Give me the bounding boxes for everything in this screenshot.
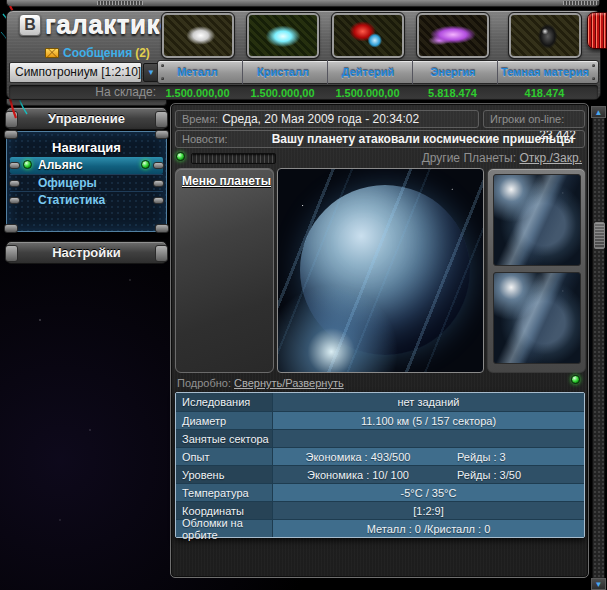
table-cell-value: Рейды : 3 — [443, 451, 584, 463]
scrollbar-down-arrow[interactable]: ▼ — [591, 578, 606, 590]
resource-name: Металл — [157, 60, 238, 84]
table-row-label: Обломки на орбите — [176, 520, 273, 537]
other-planets-open-close-link[interactable]: Откр./Закр. — [519, 151, 582, 165]
table-row: Обломки на орбитеМеталл : 0 /Кристалл : … — [176, 519, 584, 537]
header-panel: В галактике Сообщения(2) Симпотрониум [1… — [6, 10, 601, 100]
resource-value: 1.500.000,00 — [157, 86, 238, 100]
resource-value: 1.500.000,00 — [327, 86, 408, 100]
news-value: Вашу планету атаковали космические прише… — [272, 132, 574, 146]
deuterium-icon — [332, 13, 404, 58]
resource-column: Металл1.500.000,00 — [157, 13, 238, 99]
table-row-content: Экономика : 10/ 100Рейды : 3/50 — [273, 469, 584, 481]
energy-icon — [417, 13, 489, 58]
page-scrollbar: ▲ ▼ — [591, 106, 606, 590]
table-row-content: нет заданий — [273, 396, 584, 408]
sidebar-item-label: Офицеры — [38, 175, 97, 192]
resource-value: 5.818.474 — [412, 86, 493, 100]
table-cell-value: Металл : 0 /Кристалл : 0 — [273, 523, 584, 535]
resource-column: Кристалл1.500.000,00 — [242, 13, 323, 99]
table-row: Занятые сектора — [176, 429, 584, 447]
resource-name: Темная материя — [497, 60, 592, 84]
main-content-panel: Время:Среда, 20 Мая 2009 года - 20:34:02… — [170, 103, 589, 578]
news-box: Новости:Вашу планету атаковали космическ… — [175, 130, 585, 148]
scrollbar-up-arrow[interactable]: ▲ — [591, 106, 606, 118]
sidebar-item-alliance[interactable]: Альянс — [10, 157, 163, 174]
table-row: Иследованиянет заданий — [176, 393, 584, 411]
panel-corner-cap — [4, 130, 18, 139]
sidebar-button-settings[interactable]: Настройки — [6, 241, 167, 264]
details-label: Подробно: — [177, 377, 231, 389]
resource-column: Темная материя418.474 — [497, 13, 592, 99]
navigation-panel: Навигация АльянсОфицерыСтатистика — [6, 131, 167, 232]
storage-label: На складе: — [61, 85, 156, 99]
table-cell-value: Экономика : 10/ 100 — [273, 469, 443, 481]
panel-corner-cap — [4, 224, 18, 233]
panel-corner-cap — [155, 130, 169, 139]
online-label: Игроки on-line: — [484, 113, 568, 125]
planet-select[interactable]: Симпотрониум [1:2:10] — [9, 62, 142, 83]
table-row-label: Температура — [176, 484, 273, 501]
details-led-icon — [571, 375, 580, 384]
sidebar-item-statistics[interactable]: Статистика — [10, 191, 163, 208]
table-row-label: Занятые сектора — [176, 430, 273, 447]
resource-column: Дейтерий1.500.000,00 — [327, 13, 408, 99]
table-cell-value: -5°C / 35°C — [273, 487, 584, 499]
active-led-icon — [23, 160, 32, 169]
sidebar-item-label: Альянс — [38, 157, 83, 174]
metal-icon — [162, 13, 234, 58]
table-cell-value: нет заданий — [273, 396, 584, 408]
sidebar-item-officers[interactable]: Офицеры — [10, 174, 163, 191]
table-row-label: Опыт — [176, 448, 273, 465]
scrollbar-track[interactable] — [592, 118, 605, 578]
logo-icon: В — [19, 14, 41, 36]
resource-column: Энергия5.818.474 — [412, 13, 493, 99]
details-collapse-expand-link[interactable]: Свернуть/Развернуть — [234, 377, 344, 389]
table-cell-value: 11.100 км (5 / 157 сектора) — [273, 415, 584, 427]
table-row-content: Экономика : 493/500Рейды : 3 — [273, 451, 584, 463]
other-planets-toggle: Другие Планеты: Откр./Закр. — [422, 151, 582, 165]
app-title: галактике — [45, 10, 175, 41]
table-row-label: Уровень — [176, 466, 273, 483]
status-led-icon — [176, 152, 185, 161]
messages-link[interactable]: Сообщения(2) — [45, 46, 150, 60]
news-label: Новости: — [176, 133, 232, 145]
messages-count-badge: (2) — [135, 46, 150, 60]
envelope-icon — [45, 48, 59, 58]
crystal-icon — [247, 13, 319, 58]
table-cell-value: [1:2:9] — [273, 505, 584, 517]
scrollbar-thumb[interactable] — [594, 222, 605, 249]
players-online-box: Игроки on-line:23,442 — [483, 110, 585, 128]
handle-knob-icon — [153, 180, 164, 187]
resources: Металл1.500.000,00Кристалл1.500.000,00Де… — [157, 13, 602, 99]
time-label: Время: — [176, 113, 222, 125]
table-row-content: [1:2:9] — [273, 505, 584, 517]
active-led-icon — [141, 160, 150, 169]
sidebar-item-label: Статистика — [38, 192, 105, 209]
table-row-content: Металл : 0 /Кристалл : 0 — [273, 523, 584, 535]
table-row-label: Иследования — [176, 393, 273, 411]
resource-value: 1.500.000,00 — [242, 86, 323, 100]
rail-grip — [97, 1, 143, 5]
panel-corner-cap — [155, 224, 169, 233]
table-row: УровеньЭкономика : 10/ 100Рейды : 3/50 — [176, 465, 584, 483]
table-row-content: 11.100 км (5 / 157 сектора) — [273, 415, 584, 427]
other-planets-label: Другие Планеты: — [422, 151, 516, 165]
galaxy-game-page: В галактике Сообщения(2) Симпотрониум [1… — [0, 0, 607, 590]
other-planet-thumbnail[interactable] — [493, 174, 581, 266]
navigation-items: АльянсОфицерыСтатистика — [10, 157, 163, 208]
table-cell-value: Рейды : 3/50 — [443, 469, 584, 481]
planet-flare — [278, 169, 483, 372]
resource-name: Энергия — [412, 60, 493, 84]
planet-menu-link[interactable]: Меню планеты — [182, 174, 271, 188]
resource-name: Дейтерий — [327, 60, 408, 84]
other-planet-thumbnail[interactable] — [493, 272, 581, 364]
table-row: Диаметр11.100 км (5 / 157 сектора) — [176, 411, 584, 429]
resource-name: Кристалл — [242, 60, 323, 84]
table-row-content: -5°C / 35°C — [273, 487, 584, 499]
time-value: Среда, 20 Мая 2009 года - 20:34:02 — [222, 112, 419, 126]
top-panel-edge — [6, 0, 600, 7]
details-toggle-row: Подробно: Свернуть/Развернуть — [177, 377, 582, 391]
handle-knob-icon — [9, 162, 20, 169]
navigation-title: Навигация — [7, 140, 166, 155]
planet-image — [277, 168, 484, 373]
